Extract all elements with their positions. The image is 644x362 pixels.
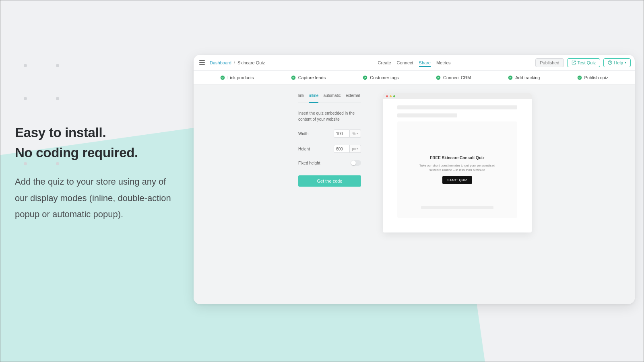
subtab-external[interactable]: external (346, 93, 360, 99)
promo-heading-line1: Easy to install. (15, 125, 106, 140)
preview-body: FREE Skincare Consult Quiz Take our shor… (383, 99, 532, 224)
step-label: Capture leads (298, 75, 326, 80)
share-form: link inline automatic external Insert th… (298, 93, 361, 187)
step-label: Add tracking (515, 75, 540, 80)
top-actions: Published Test Quiz Help ▾ (535, 58, 631, 67)
height-unit-select[interactable]: px ▾ (350, 145, 361, 153)
breadcrumb-current: Skincare Quiz (237, 60, 265, 65)
tab-share[interactable]: Share (419, 56, 431, 70)
step-label: Connect CRM (443, 75, 471, 80)
steps-bar: Link products Capture leads Customer tag… (194, 71, 635, 84)
check-icon (436, 75, 441, 80)
height-unit-label: px (352, 147, 356, 151)
height-input[interactable] (334, 145, 350, 153)
step-label: Publish quiz (584, 75, 608, 80)
promo-heading: Easy to install. No coding required. (15, 123, 176, 162)
breadcrumb-root[interactable]: Dashboard (210, 60, 231, 65)
check-icon (363, 75, 367, 80)
step-publish-quiz[interactable]: Publish quiz (577, 75, 608, 80)
quiz-subtitle: Take our short questionnaire to get your… (417, 163, 497, 172)
step-label: Customer tags (370, 75, 399, 80)
width-row: Width % ▾ (298, 130, 361, 138)
check-icon (508, 75, 513, 80)
chevron-down-icon: ▾ (357, 147, 358, 150)
fixed-height-row: Fixed height (298, 160, 361, 166)
promo-body: Add the quiz to your store using any of … (15, 174, 176, 223)
fixed-height-label: Fixed height (298, 161, 320, 165)
step-connect-crm[interactable]: Connect CRM (436, 75, 471, 80)
height-label: Height (298, 147, 310, 151)
chevron-down-icon: ▾ (357, 132, 358, 135)
check-icon (291, 75, 296, 80)
start-quiz-button[interactable]: START QUIZ (442, 176, 472, 184)
browser-chrome (383, 93, 532, 99)
external-link-icon (572, 60, 576, 65)
width-input[interactable] (334, 130, 350, 138)
tab-metrics[interactable]: Metrics (436, 56, 450, 70)
step-label: Link products (227, 75, 254, 80)
share-description: Insert the quiz embedded in the content … (298, 110, 361, 122)
breadcrumb: Dashboard / Skincare Quiz (210, 60, 265, 65)
topbar: Dashboard / Skincare Quiz Create Connect… (194, 55, 635, 71)
help-label: Help (614, 60, 623, 65)
subtab-inline[interactable]: inline (309, 93, 318, 99)
step-customer-tags[interactable]: Customer tags (363, 75, 399, 80)
test-quiz-label: Test Quiz (578, 60, 596, 65)
share-subtabs: link inline automatic external (298, 93, 361, 103)
window-min-dot (390, 95, 392, 97)
window-max-dot (393, 95, 395, 97)
tab-create[interactable]: Create (378, 56, 391, 70)
decorative-dot (56, 97, 59, 100)
skeleton-line (421, 206, 493, 209)
window-close-dot (386, 95, 388, 97)
chevron-down-icon: ▾ (625, 61, 626, 64)
promo-copy: Easy to install. No coding required. Add… (15, 123, 176, 223)
decorative-dot (24, 97, 27, 100)
decorative-dot (56, 64, 59, 67)
embed-preview: FREE Skincare Consult Quiz Take our shor… (383, 93, 532, 232)
step-capture-leads[interactable]: Capture leads (291, 75, 326, 80)
get-code-button[interactable]: Get the code (298, 175, 361, 187)
help-icon (608, 60, 612, 65)
quiz-hero: FREE Skincare Consult Quiz Take our shor… (397, 121, 517, 218)
skeleton-line (397, 113, 457, 117)
help-button[interactable]: Help ▾ (603, 58, 631, 67)
subtab-link[interactable]: link (298, 93, 304, 99)
width-label: Width (298, 132, 309, 136)
width-unit-label: % (352, 132, 355, 136)
tab-connect[interactable]: Connect (397, 56, 413, 70)
app-window: Dashboard / Skincare Quiz Create Connect… (194, 55, 635, 304)
fixed-height-toggle[interactable] (351, 160, 361, 166)
decorative-dot (24, 64, 27, 67)
check-icon (220, 75, 225, 80)
menu-icon[interactable] (198, 59, 206, 67)
status-badge: Published (535, 58, 564, 67)
test-quiz-button[interactable]: Test Quiz (567, 58, 601, 67)
quiz-title: FREE Skincare Consult Quiz (430, 156, 485, 160)
subtab-automatic[interactable]: automatic (323, 93, 341, 99)
width-unit-select[interactable]: % ▾ (350, 130, 361, 138)
check-icon (577, 75, 582, 80)
step-add-tracking[interactable]: Add tracking (508, 75, 540, 80)
breadcrumb-separator: / (234, 60, 235, 65)
step-link-products[interactable]: Link products (220, 75, 254, 80)
promo-heading-line2: No coding required. (15, 145, 138, 160)
skeleton-line (397, 105, 517, 109)
height-row: Height px ▾ (298, 145, 361, 153)
